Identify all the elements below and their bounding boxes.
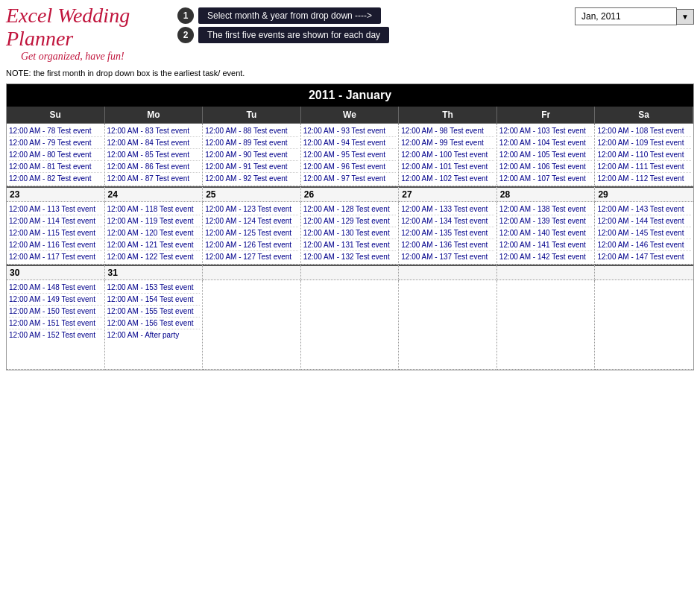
event-item: 12:00 AM - 105 Test event <box>499 149 593 161</box>
day-cell-w3-tu <box>203 280 301 370</box>
instruction-text-2: The first five events are shown for each… <box>198 27 389 43</box>
calendar-title: 2011 - January <box>7 84 693 107</box>
instruction-row-2: 2 The first five events are shown for ea… <box>177 27 567 43</box>
day-cell-w1-we: 12:00 AM - 93 Test event 12:00 AM - 94 T… <box>301 124 400 186</box>
event-item: 12:00 AM - 117 Test event <box>9 251 102 262</box>
day-header-su: Su <box>7 107 105 124</box>
event-item: 12:00 AM - 93 Test event <box>303 125 397 137</box>
day-num-w2-tu: 25 <box>203 186 301 202</box>
note-text: NOTE: the first month in drop down box i… <box>6 69 245 78</box>
event-item: 12:00 AM - 99 Test event <box>401 137 494 149</box>
event-item: 12:00 AM - 130 Test event <box>303 227 397 239</box>
day-num-w2-fr: 28 <box>497 186 596 202</box>
dropdown-value[interactable]: Jan, 2011 <box>575 7 677 25</box>
event-item: 12:00 AM - 131 Test event <box>303 239 397 251</box>
day-cell-w1-sa: 12:00 AM - 108 Test event 12:00 AM - 109… <box>595 124 693 186</box>
event-item: 12:00 AM - 148 Test event <box>9 282 102 294</box>
day-header-sa: Sa <box>595 107 693 124</box>
event-item: 12:00 AM - 156 Test event <box>107 318 201 329</box>
event-item: 12:00 AM - 112 Test event <box>597 173 691 184</box>
event-item: 12:00 AM - 108 Test event <box>597 125 691 137</box>
day-cell-w2-we: 12:00 AM - 128 Test event 12:00 AM - 129… <box>301 202 400 265</box>
event-item: 12:00 AM - 92 Test event <box>205 173 298 184</box>
event-item: 12:00 AM - 81 Test event <box>9 161 102 173</box>
day-cell-w2-mo: 12:00 AM - 118 Test event 12:00 AM - 119… <box>105 202 204 265</box>
event-item: 12:00 AM - 115 Test event <box>9 227 102 239</box>
event-item: 12:00 AM - 146 Test event <box>597 239 691 251</box>
event-item: 12:00 AM - 150 Test event <box>9 306 102 318</box>
event-item: 12:00 AM - 88 Test event <box>205 125 298 137</box>
event-item: 12:00 AM - 122 Test event <box>107 251 201 262</box>
circle-2: 2 <box>177 27 194 43</box>
event-item: 12:00 AM - 133 Test event <box>401 203 494 215</box>
event-item: 12:00 AM - 82 Test event <box>9 173 102 184</box>
event-item: 12:00 AM - 149 Test event <box>9 294 102 306</box>
event-item: 12:00 AM - After party <box>107 329 201 341</box>
day-header-tu: Tu <box>203 107 301 124</box>
event-item: 12:00 AM - 129 Test event <box>303 215 397 227</box>
event-item: 12:00 AM - 144 Test event <box>597 215 691 227</box>
instruction-text-1: Select month & year from drop down ----> <box>198 7 381 24</box>
day-num-w3-su: 30 <box>7 265 105 280</box>
day-cell-w3-th <box>399 280 497 370</box>
logo-title: Excel Wedding Planner <box>6 4 170 51</box>
event-item: 12:00 AM - 143 Test event <box>597 203 691 215</box>
event-item: 12:00 AM - 154 Test event <box>107 294 201 306</box>
day-cell-w3-sa <box>595 280 693 370</box>
circle-1: 1 <box>177 7 194 24</box>
event-item: 12:00 AM - 106 Test event <box>499 161 593 173</box>
event-item: 12:00 AM - 94 Test event <box>303 137 397 149</box>
day-num-w3-mo: 31 <box>105 265 204 280</box>
event-item: 12:00 AM - 89 Test event <box>205 137 298 149</box>
event-item: 12:00 AM - 139 Test event <box>499 215 593 227</box>
event-item: 12:00 AM - 107 Test event <box>499 173 593 184</box>
day-cell-w1-mo: 12:00 AM - 83 Test event 12:00 AM - 84 T… <box>105 124 204 186</box>
day-cell-w1-tu: 12:00 AM - 88 Test event 12:00 AM - 89 T… <box>203 124 301 186</box>
day-cell-w1-su: 12:00 AM - 78 Test event 12:00 AM - 79 T… <box>7 124 105 186</box>
event-item: 12:00 AM - 140 Test event <box>499 227 593 239</box>
event-item: 12:00 AM - 103 Test event <box>499 125 593 137</box>
note-area: NOTE: the first month in drop down box i… <box>0 67 700 80</box>
day-header-fr: Fr <box>497 107 596 124</box>
event-item: 12:00 AM - 153 Test event <box>107 282 201 294</box>
event-item: 12:00 AM - 127 Test event <box>205 251 298 262</box>
event-item: 12:00 AM - 138 Test event <box>499 203 593 215</box>
event-item: 12:00 AM - 78 Test event <box>9 125 102 137</box>
dropdown-area[interactable]: Jan, 2011 ▼ <box>575 7 694 25</box>
day-cell-w3-we <box>301 280 400 370</box>
event-item: 12:00 AM - 109 Test event <box>597 137 691 149</box>
event-item: 12:00 AM - 87 Test event <box>107 173 201 184</box>
event-item: 12:00 AM - 96 Test event <box>303 161 397 173</box>
event-item: 12:00 AM - 111 Test event <box>597 161 691 173</box>
event-item: 12:00 AM - 152 Test event <box>9 329 102 341</box>
event-item: 12:00 AM - 132 Test event <box>303 251 397 262</box>
event-item: 12:00 AM - 123 Test event <box>205 203 298 215</box>
day-num-w3-sa <box>595 265 693 280</box>
event-item: 12:00 AM - 98 Test event <box>401 125 494 137</box>
logo-subtitle: Get organized, have fun! <box>21 51 170 63</box>
day-header-mo: Mo <box>105 107 204 124</box>
event-item: 12:00 AM - 155 Test event <box>107 306 201 318</box>
calendar-container: 2011 - January Su Mo Tu We Th Fr Sa 12:0… <box>6 83 694 370</box>
event-item: 12:00 AM - 137 Test event <box>401 251 494 262</box>
day-header-we: We <box>301 107 400 124</box>
event-item: 12:00 AM - 119 Test event <box>107 215 201 227</box>
day-cell-w3-fr <box>497 280 596 370</box>
event-item: 12:00 AM - 113 Test event <box>9 203 102 215</box>
day-cell-w3-mo: 12:00 AM - 153 Test event 12:00 AM - 154… <box>105 280 204 370</box>
event-item: 12:00 AM - 141 Test event <box>499 239 593 251</box>
event-item: 12:00 AM - 84 Test event <box>107 137 201 149</box>
dropdown-arrow-icon[interactable]: ▼ <box>677 9 694 25</box>
event-item: 12:00 AM - 124 Test event <box>205 215 298 227</box>
event-item: 12:00 AM - 90 Test event <box>205 149 298 161</box>
event-item: 12:00 AM - 128 Test event <box>303 203 397 215</box>
day-num-w3-we <box>301 265 400 280</box>
day-cell-w2-sa: 12:00 AM - 143 Test event 12:00 AM - 144… <box>595 202 693 265</box>
day-num-w3-th <box>399 265 497 280</box>
event-item: 12:00 AM - 126 Test event <box>205 239 298 251</box>
day-num-w2-we: 26 <box>301 186 400 202</box>
event-item: 12:00 AM - 121 Test event <box>107 239 201 251</box>
event-item: 12:00 AM - 125 Test event <box>205 227 298 239</box>
instructions-area: 1 Select month & year from drop down ---… <box>177 4 567 43</box>
event-item: 12:00 AM - 134 Test event <box>401 215 494 227</box>
